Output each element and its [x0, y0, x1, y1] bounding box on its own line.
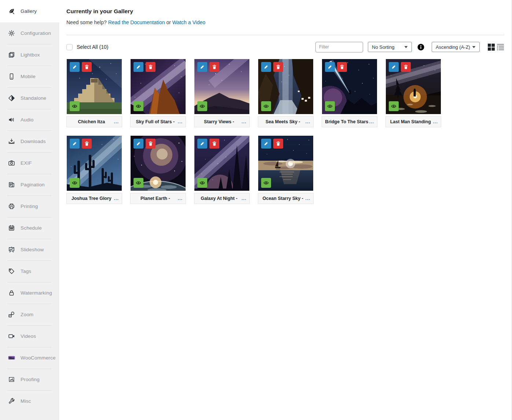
- tag-icon: [8, 268, 15, 275]
- eye-icon: [263, 103, 269, 109]
- image-more-link[interactable]: ...: [433, 119, 438, 124]
- delete-image-button[interactable]: [82, 139, 92, 149]
- sidebar-item-exif[interactable]: EXIF: [0, 152, 59, 174]
- view-image-button[interactable]: [261, 101, 271, 111]
- woo-badge-icon: Woo: [8, 354, 15, 362]
- view-image-button[interactable]: [261, 178, 271, 188]
- delete-image-button[interactable]: [273, 62, 283, 72]
- gallery-toolbar: Select All (10) No Sorting Ascending (A-…: [66, 41, 504, 52]
- pencil-icon: [72, 64, 77, 70]
- image-title: Chichen Itza: [70, 119, 113, 124]
- view-image-button[interactable]: [325, 101, 335, 111]
- wrench-icon: [8, 398, 15, 405]
- sidebar-item-label: Audio: [21, 117, 34, 123]
- image-title: Starry Views -: [197, 119, 241, 124]
- view-image-button[interactable]: [70, 178, 80, 188]
- view-image-button[interactable]: [134, 178, 143, 188]
- magnifier-image-icon: [8, 311, 15, 318]
- delete-image-button[interactable]: [209, 139, 219, 149]
- edit-image-button[interactable]: [70, 62, 80, 72]
- image-more-link[interactable]: ...: [114, 196, 119, 201]
- sidebar-item-label: Slideshow: [21, 247, 44, 252]
- filter-input[interactable]: [315, 42, 363, 52]
- order-select[interactable]: Ascending (A-Z): [432, 42, 480, 52]
- sidebar-item-tags[interactable]: Tags: [0, 260, 59, 282]
- order-select-value: Ascending (A-Z): [436, 44, 470, 50]
- grid-view-icon[interactable]: [487, 43, 495, 51]
- sidebar-item-slideshow[interactable]: Slideshow: [0, 239, 59, 260]
- pencil-icon: [263, 64, 269, 70]
- image-title: Sky Full of Stars -: [134, 119, 177, 124]
- trash-icon: [212, 141, 217, 146]
- sidebar-item-label: Standalone: [21, 95, 46, 101]
- delete-image-button[interactable]: [209, 62, 219, 72]
- sidebar-item-label: Misc: [21, 398, 31, 404]
- gallery-panel: Currently in your Gallery Need some help…: [59, 0, 512, 420]
- sidebar-item-mobile[interactable]: Mobile: [0, 66, 59, 87]
- sidebar-item-lightbox[interactable]: Lightbox: [0, 44, 59, 66]
- sidebar-item-label: Lightbox: [21, 52, 40, 58]
- gallery-item: Sky Full of Stars - ...: [130, 59, 186, 127]
- sidebar-item-videos[interactable]: Videos: [0, 325, 59, 347]
- image-more-link[interactable]: ...: [242, 119, 246, 124]
- list-view-icon[interactable]: [497, 43, 504, 51]
- image-more-link[interactable]: ...: [178, 119, 183, 124]
- info-icon[interactable]: [417, 44, 424, 51]
- edit-image-button[interactable]: [197, 62, 207, 72]
- printer-icon: [8, 203, 15, 210]
- sidebar-item-misc[interactable]: Misc: [0, 390, 59, 412]
- sidebar-item-configuration[interactable]: Configuration: [0, 22, 59, 44]
- edit-image-button[interactable]: [261, 139, 271, 149]
- delete-image-button[interactable]: [337, 62, 347, 72]
- edit-image-button[interactable]: [261, 62, 271, 72]
- documentation-link[interactable]: Read the Documentation: [108, 19, 165, 25]
- delete-image-button[interactable]: [273, 139, 283, 149]
- image-title: Bridge To The Stars: [325, 119, 369, 124]
- edit-image-button[interactable]: [325, 62, 335, 72]
- trash-icon: [275, 64, 281, 70]
- delete-image-button[interactable]: [146, 62, 156, 72]
- sidebar-item-printing[interactable]: Printing: [0, 196, 59, 217]
- view-image-button[interactable]: [197, 101, 207, 111]
- image-more-link[interactable]: ...: [369, 119, 374, 124]
- image-more-link[interactable]: ...: [306, 196, 310, 201]
- leaf-icon: [8, 8, 15, 15]
- image-more-link[interactable]: ...: [242, 196, 246, 201]
- sidebar-item-proofing[interactable]: Proofing: [0, 369, 59, 390]
- sidebar-item-audio[interactable]: Audio: [0, 109, 59, 131]
- delete-image-button[interactable]: [82, 62, 92, 72]
- view-image-button[interactable]: [389, 101, 399, 111]
- page-title: Currently in your Gallery: [66, 8, 504, 15]
- eye-icon: [136, 103, 141, 109]
- image-more-link[interactable]: ...: [306, 119, 310, 124]
- sidebar-item-label: WooCommerce: [21, 355, 56, 361]
- sidebar-item-standalone[interactable]: Standalone: [0, 87, 59, 109]
- sidebar-item-label: Mobile: [21, 74, 36, 79]
- image-more-link[interactable]: ...: [114, 119, 119, 124]
- proof-image-icon: [8, 376, 15, 383]
- sidebar-item-gallery[interactable]: Gallery: [0, 0, 59, 22]
- trash-icon: [148, 64, 153, 70]
- sidebar-item-woocommerce[interactable]: Woo WooCommerce: [0, 347, 59, 369]
- edit-image-button[interactable]: [134, 139, 143, 149]
- select-all-checkbox[interactable]: [66, 44, 73, 50]
- sidebar-item-watermarking[interactable]: Watermarking: [0, 282, 59, 304]
- edit-image-button[interactable]: [134, 62, 143, 72]
- edit-image-button[interactable]: [389, 62, 399, 72]
- sorting-select[interactable]: No Sorting: [368, 42, 412, 52]
- delete-image-button[interactable]: [401, 62, 411, 72]
- image-more-link[interactable]: ...: [178, 196, 183, 201]
- sidebar-item-zoom[interactable]: Zoom: [0, 304, 59, 325]
- edit-image-button[interactable]: [70, 139, 80, 149]
- image-title: Planet Earth -: [134, 196, 177, 201]
- view-image-button[interactable]: [70, 101, 80, 111]
- delete-image-button[interactable]: [146, 139, 156, 149]
- sidebar-item-pagination[interactable]: Pagination: [0, 174, 59, 196]
- sidebar-item-downloads[interactable]: Downloads: [0, 131, 59, 152]
- gallery-item: Chichen Itza ...: [66, 59, 122, 127]
- edit-image-button[interactable]: [197, 139, 207, 149]
- sidebar-item-schedule[interactable]: Schedule: [0, 217, 59, 239]
- view-image-button[interactable]: [134, 101, 143, 111]
- watch-video-link[interactable]: Watch a Video: [172, 19, 205, 25]
- view-image-button[interactable]: [197, 178, 207, 188]
